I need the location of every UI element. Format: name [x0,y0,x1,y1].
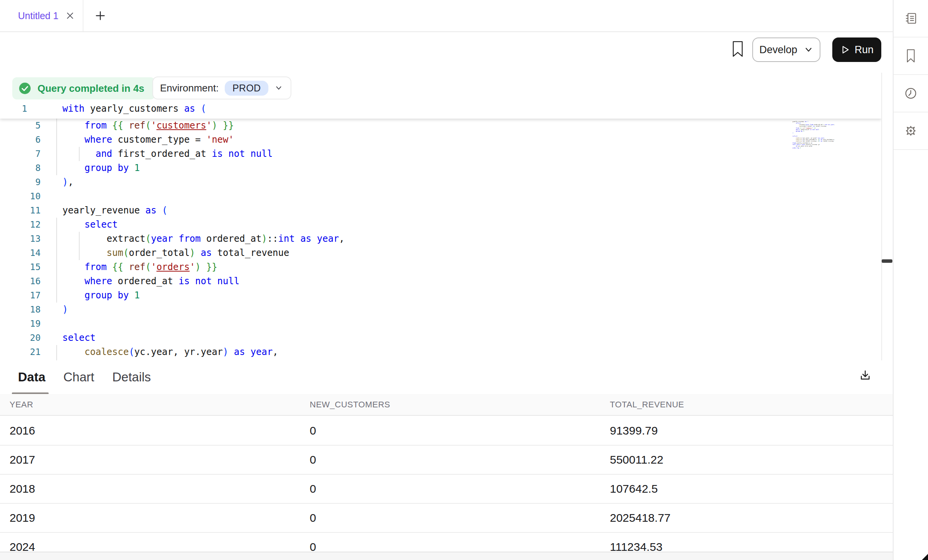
sidebar-item-history[interactable] [894,75,928,112]
tab-details[interactable]: Details [112,370,151,384]
play-icon [840,45,850,55]
code-line[interactable]: 18) [0,303,881,317]
code-line[interactable]: 8 group by 1 [0,161,881,175]
sticky-line-code: with yearly_customers as ( [62,100,206,117]
right-sidebar [893,0,928,560]
table-cell: 0 [310,424,610,437]
download-button[interactable] [856,366,874,385]
code-line[interactable]: 17 group by 1 [0,288,881,303]
horizontal-scrollbar[interactable] [0,552,893,560]
table-row: 2016091399.79 [0,417,893,446]
check-circle-icon [18,82,31,95]
column-header: TOTAL_REVENUE [610,400,893,410]
table-row: 20170550011.22 [0,446,893,475]
download-icon [858,369,872,383]
tab-label: Untitled 1 [18,10,59,21]
table-cell: 0 [310,453,610,466]
code-line[interactable]: 19 [0,317,881,331]
resize-grip-icon[interactable] [922,554,928,560]
code-line[interactable]: 6 where customer_type = 'new' [0,133,881,147]
code-line[interactable]: 13 extract(year from ordered_at)::int as… [0,232,881,246]
notebook-icon [904,12,917,25]
table-cell: 2025418.77 [610,511,893,524]
plus-icon [95,10,106,21]
table-cell: 0 [310,511,610,524]
run-button[interactable]: Run [832,37,881,62]
develop-label: Develop [759,44,797,56]
code-line[interactable]: 12 select [0,218,881,232]
code-line[interactable]: 10 [0,189,881,203]
new-tab-button[interactable] [89,0,112,31]
code-line[interactable]: 14 sum(order_total) as total_revenue [0,246,881,260]
code-line[interactable]: 15 from {{ ref('orders') }} [0,260,881,274]
explore-icon [903,124,918,138]
line-number: 16 [0,274,41,288]
code-line[interactable]: 5 from {{ ref('customers') }} [0,119,881,133]
sticky-line-number: 1 [22,100,27,117]
line-number: 20 [0,331,41,345]
code-line[interactable]: 21 coalesce(yc.year, yr.year) as year, [0,345,881,359]
tab-data[interactable]: Data [18,370,46,384]
line-number: 10 [0,189,41,203]
develop-button[interactable]: Develop [752,37,820,62]
close-icon[interactable] [65,11,75,20]
table-row: 201902025418.77 [0,504,893,533]
table-cell: 107642.5 [610,482,893,495]
table-cell: 2016 [10,424,310,437]
table-cell: 2018 [10,482,310,495]
table-header-row: YEARNEW_CUSTOMERSTOTAL_REVENUE [0,394,893,416]
minimap[interactable]: with yearly_customers as ( select extrac… [792,104,877,318]
line-number: 14 [0,246,41,260]
tab-untitled-1[interactable]: Untitled 1 [0,0,83,31]
line-number: 15 [0,260,41,274]
bookmark-button[interactable] [730,40,745,60]
sidebar-item-bookmarks[interactable] [894,37,928,75]
bookmark-icon [731,40,744,58]
editor-splitter[interactable] [881,73,893,360]
code-line[interactable]: 16 where ordered_at is not null [0,274,881,288]
line-number: 21 [0,345,41,359]
table-cell: 2019 [10,511,310,524]
splitter-grip-handle[interactable] [882,259,892,263]
environment-selector[interactable]: Environment: PROD [152,77,291,99]
results-tab-bar: DataChartDetails [18,360,151,394]
line-number: 13 [0,232,41,246]
tab-bar: Untitled 1 [0,0,893,32]
line-number: 17 [0,288,41,303]
line-number: 19 [0,317,41,331]
editor-lines[interactable]: 5 from {{ ref('customers') }}6 where cus… [0,119,881,360]
code-line[interactable]: 9), [0,175,881,189]
line-number: 11 [0,203,41,218]
query-status-text: Query completed in 4s [38,83,144,94]
table-cell: 0 [310,482,610,495]
code-line[interactable]: 7 and first_ordered_at is not null [0,147,881,161]
history-icon [904,86,918,100]
sidebar-item-explore[interactable] [894,112,928,150]
tab-chart[interactable]: Chart [64,370,95,384]
chevron-down-icon [274,84,283,92]
column-header: NEW_CUSTOMERS [310,400,610,410]
query-status-badge: Query completed in 4s [12,77,155,99]
table-cell: 550011.22 [610,453,893,466]
sql-editor[interactable]: 5 from {{ ref('customers') }}6 where cus… [0,100,881,360]
table-cell: 91399.79 [610,424,893,437]
line-number: 12 [0,218,41,232]
table-body: 2016091399.7920170550011.2220180107642.5… [0,417,893,560]
column-header: YEAR [10,400,310,410]
results-panel: DataChartDetails YEARNEW_CUSTOMERSTOTAL_… [0,360,893,560]
code-line[interactable]: 20select [0,331,881,345]
sticky-scroll-line[interactable]: 1 with yearly_customers as ( [0,100,881,119]
sidebar-item-notebook[interactable] [894,0,928,37]
bookmark-icon [904,49,917,63]
table-row: 20180107642.5 [0,475,893,504]
code-line[interactable]: 11yearly_revenue as ( [0,203,881,218]
environment-label: Environment: [160,82,219,94]
line-number: 18 [0,303,41,317]
line-number: 9 [0,175,41,189]
run-label: Run [854,44,874,56]
table-cell: 2017 [10,453,310,466]
environment-value-badge: PROD [225,81,268,96]
chevron-down-icon [804,45,814,55]
